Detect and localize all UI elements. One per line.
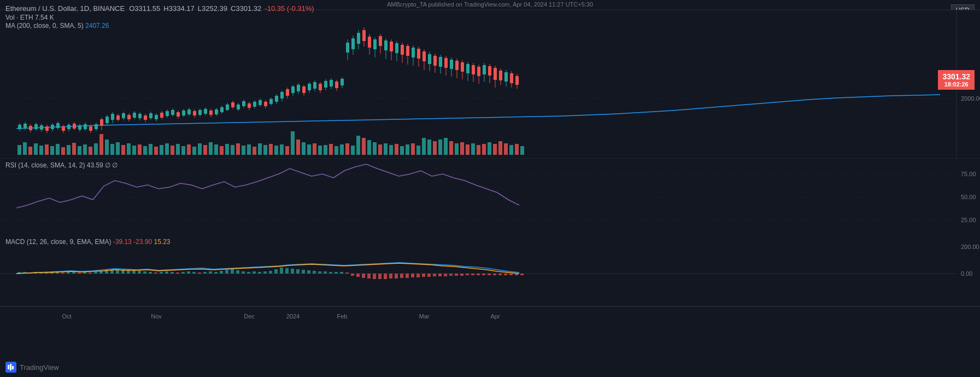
svg-rect-206 — [308, 84, 311, 90]
svg-rect-144 — [138, 114, 142, 118]
svg-rect-128 — [95, 124, 98, 129]
svg-rect-43 — [220, 146, 224, 155]
svg-rect-37 — [187, 144, 191, 155]
svg-rect-208 — [313, 82, 316, 89]
svg-rect-369 — [449, 274, 453, 276]
svg-rect-341 — [296, 269, 300, 274]
svg-rect-270 — [483, 65, 486, 74]
main-chart-svg: 2000.00 75.00 50.00 25.00 200.00 0.00 Oc… — [0, 0, 980, 377]
tv-icon — [5, 362, 16, 373]
svg-rect-95 — [504, 143, 508, 155]
svg-text:2024: 2024 — [286, 313, 300, 320]
svg-rect-26 — [127, 143, 131, 155]
svg-rect-116 — [62, 126, 65, 131]
svg-rect-72 — [378, 144, 382, 155]
svg-rect-44 — [225, 144, 229, 155]
svg-rect-336 — [269, 271, 272, 274]
svg-rect-186 — [253, 102, 256, 107]
svg-rect-324 — [203, 272, 207, 274]
svg-rect-350 — [345, 272, 349, 274]
svg-rect-240 — [401, 45, 404, 55]
svg-rect-86 — [455, 143, 459, 155]
ma-value: 2407.26 — [85, 22, 109, 30]
svg-rect-87 — [460, 142, 464, 155]
svg-rect-320 — [181, 272, 185, 274]
svg-rect-91 — [482, 144, 486, 155]
svg-rect-376 — [488, 274, 491, 275]
svg-rect-62 — [324, 145, 327, 155]
svg-rect-79 — [416, 146, 420, 155]
svg-text:25.00: 25.00 — [961, 217, 976, 223]
svg-rect-21 — [99, 134, 103, 155]
svg-rect-288 — [0, 235, 980, 306]
svg-rect-252 — [433, 56, 437, 66]
svg-rect-216 — [335, 82, 338, 88]
svg-rect-226 — [362, 30, 366, 41]
svg-rect-332 — [247, 272, 250, 274]
svg-rect-190 — [264, 102, 267, 106]
svg-rect-114 — [56, 123, 60, 128]
svg-rect-40 — [203, 145, 207, 155]
svg-rect-375 — [482, 274, 485, 275]
svg-rect-36 — [181, 146, 185, 155]
svg-rect-66 — [345, 143, 349, 155]
svg-rect-29 — [143, 146, 147, 155]
svg-rect-278 — [504, 72, 508, 82]
svg-rect-329 — [231, 269, 234, 274]
svg-rect-322 — [192, 272, 196, 274]
svg-rect-325 — [209, 271, 212, 274]
svg-rect-45 — [231, 145, 234, 155]
svg-rect-344 — [313, 271, 316, 274]
svg-rect-228 — [368, 37, 371, 48]
svg-text:Apr: Apr — [490, 313, 500, 320]
svg-rect-31 — [154, 147, 158, 155]
svg-rect-8 — [28, 147, 32, 155]
svg-rect-264 — [466, 64, 470, 73]
svg-rect-14 — [61, 147, 65, 155]
svg-rect-360 — [400, 274, 403, 278]
svg-rect-20 — [94, 143, 98, 155]
svg-rect-342 — [302, 270, 305, 274]
svg-rect-303 — [89, 272, 92, 274]
macd-val3: 15.23 — [154, 238, 170, 246]
tradingview-logo: TradingView — [5, 362, 59, 373]
svg-rect-112 — [51, 125, 54, 129]
svg-rect-59 — [307, 144, 311, 155]
svg-rect-162 — [187, 109, 191, 114]
svg-rect-180 — [237, 105, 240, 109]
svg-rect-355 — [373, 274, 376, 279]
svg-rect-48 — [247, 144, 251, 155]
svg-rect-353 — [362, 274, 365, 278]
svg-rect-19 — [89, 147, 92, 155]
svg-rect-132 — [105, 117, 109, 123]
svg-rect-362 — [411, 274, 414, 277]
svg-rect-158 — [177, 112, 180, 117]
svg-text:Nov: Nov — [151, 313, 162, 320]
svg-rect-98 — [520, 146, 524, 155]
svg-rect-188 — [259, 100, 262, 105]
svg-rect-100 — [18, 125, 21, 129]
svg-rect-314 — [149, 272, 152, 274]
svg-rect-372 — [466, 274, 469, 275]
svg-rect-308 — [116, 269, 119, 274]
svg-rect-304 — [94, 272, 97, 274]
svg-rect-150 — [155, 115, 158, 119]
svg-rect-53 — [274, 146, 278, 155]
svg-rect-339 — [285, 268, 289, 274]
svg-rect-321 — [187, 271, 190, 274]
svg-rect-76 — [400, 146, 404, 155]
svg-rect-266 — [472, 65, 475, 74]
svg-rect-374 — [477, 274, 480, 275]
svg-rect-52 — [269, 144, 273, 155]
svg-rect-42 — [214, 144, 218, 155]
svg-rect-274 — [494, 68, 497, 80]
svg-rect-83 — [438, 140, 442, 155]
svg-rect-140 — [127, 115, 131, 119]
svg-rect-214 — [330, 80, 333, 86]
svg-rect-192 — [269, 99, 273, 104]
svg-rect-370 — [455, 274, 458, 276]
svg-rect-94 — [498, 141, 502, 155]
svg-rect-146 — [144, 115, 147, 120]
svg-rect-25 — [121, 145, 125, 155]
svg-rect-356 — [378, 274, 382, 279]
